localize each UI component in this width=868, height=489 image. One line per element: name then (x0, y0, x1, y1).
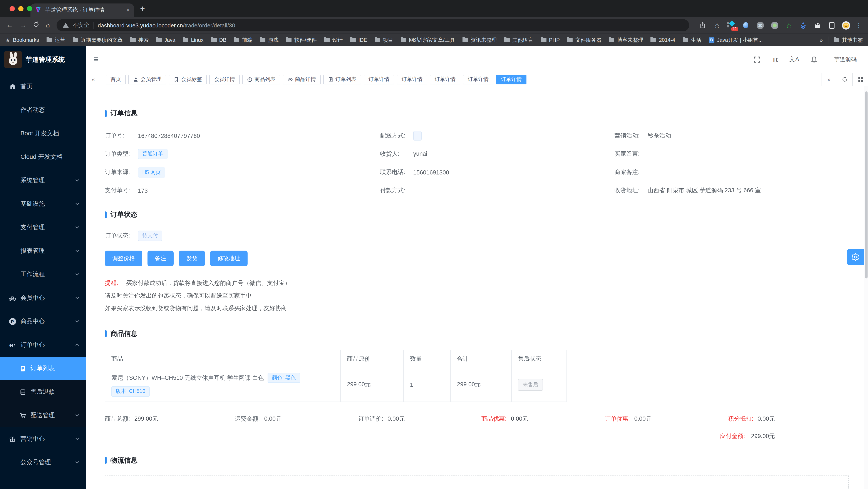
sidebar-group-payment[interactable]: 支付管理 (0, 216, 86, 239)
record-extension-icon[interactable] (770, 21, 779, 30)
page-tab-order-detail-active[interactable]: 订单详情 (496, 74, 526, 84)
balloon-extension-icon[interactable] (741, 21, 750, 30)
bookmark-folder[interactable]: 资讯未整理 (463, 36, 497, 44)
bookmark-folder[interactable]: 搜索 (130, 36, 149, 44)
extensions-puzzle-icon[interactable] (813, 21, 822, 30)
page-tab-product-list[interactable]: 商品列表 (242, 74, 280, 84)
bookmark-folder[interactable]: 项目 (375, 36, 393, 44)
page-tab-member-mgmt[interactable]: 会员管理 (128, 74, 166, 84)
window-extension-icon[interactable] (828, 21, 836, 30)
bookmark-folder[interactable]: 博客未整理 (609, 36, 643, 44)
sidebar-group-workflow[interactable]: 工作流程 (0, 263, 86, 286)
bookmark-folder[interactable]: 设计 (324, 36, 343, 44)
page-tab-order-detail-3[interactable]: 订单详情 (430, 74, 460, 84)
page-tab-order-detail-1[interactable]: 订单详情 (364, 74, 394, 84)
tabs-scroll-left-icon[interactable]: « (86, 73, 101, 86)
sidebar-item-home[interactable]: 首页 (0, 75, 86, 98)
bookmark-java[interactable]: BJava开发 | 小组首... (709, 36, 763, 44)
bookmark-folder[interactable]: Java (156, 37, 175, 43)
edit-address-button[interactable]: 修改地址 (210, 251, 248, 266)
bookmark-folder[interactable]: 文件服务器 (567, 36, 601, 44)
zoom-window-button[interactable] (27, 6, 32, 11)
bookmark-folder[interactable]: DB (211, 37, 226, 43)
tabs-refresh-icon[interactable] (837, 73, 852, 86)
forward-button[interactable]: → (20, 21, 27, 29)
sidebar-group-official-account[interactable]: 公众号管理 (0, 451, 86, 474)
sidebar-item-author-news[interactable]: 作者动态 (0, 98, 86, 122)
page-tab-order-list[interactable]: 订单列表 (323, 74, 361, 84)
sidebar-item-cloud-docs[interactable]: Cloud 开发文档 (0, 145, 86, 169)
sidebar-group-member-center[interactable]: 会员中心 (0, 286, 86, 310)
bookmark-folder[interactable]: 游戏 (260, 36, 279, 44)
sidebar-group-marketing[interactable]: 营销中心 (0, 427, 86, 451)
bookmark-folder[interactable]: 网站/博客/文章/工具 (401, 36, 455, 44)
url-text[interactable]: dashboard-vue3.yudao.iocoder.cn/trade/or… (98, 22, 235, 29)
settings-gear-button[interactable] (847, 249, 864, 265)
bell-icon[interactable] (811, 56, 817, 63)
extension-diamond-icon[interactable]: 12 (727, 21, 736, 30)
bookmark-folder[interactable]: 其他语言 (504, 36, 533, 44)
sidebar-group-delivery[interactable]: 配送管理 (0, 404, 86, 427)
app-logo[interactable]: 芋道管理系统 (0, 46, 86, 73)
app-header: ≡ Tt 文A 芋道源码 (86, 46, 868, 73)
page-tab-order-detail-2[interactable]: 订单详情 (397, 74, 427, 84)
close-window-button[interactable] (9, 6, 15, 11)
browser-menu-icon[interactable]: ⋮ (856, 22, 862, 29)
tab-close-icon[interactable]: × (126, 7, 130, 13)
remark-button[interactable]: 备注 (148, 251, 174, 266)
other-bookmarks-folder[interactable]: 其他书签 (834, 36, 863, 44)
ship-button[interactable]: 发货 (179, 251, 205, 266)
bookmarks-overflow-icon[interactable]: » (820, 37, 823, 43)
browser-tab-title: 芋道管理系统 - 订单详情 (45, 6, 122, 14)
browser-profile-avatar[interactable] (842, 21, 850, 29)
bookmark-folder[interactable]: 软件/硬件 (286, 36, 317, 44)
sidebar-item-order-list[interactable]: 订单列表 (0, 357, 86, 380)
security-label[interactable]: 不安全 (72, 21, 89, 29)
bookmark-folder[interactable]: 运营 (46, 36, 65, 44)
sidebar-item-aftersale-refund[interactable]: 售后退款 (0, 380, 86, 404)
bookmark-folder[interactable]: Linux (183, 37, 204, 43)
back-button[interactable]: ← (6, 21, 13, 29)
bookmark-folder[interactable]: 生活 (683, 36, 701, 44)
minimize-window-button[interactable] (18, 6, 24, 11)
reload-button[interactable] (33, 21, 39, 29)
user-menu[interactable]: 芋道源码 (834, 56, 857, 63)
bookmark-folder[interactable]: PHP (541, 37, 560, 43)
fullscreen-icon[interactable] (754, 56, 761, 63)
hamburger-icon[interactable]: ≡ (94, 54, 98, 64)
sidebar-group-report[interactable]: 报表管理 (0, 239, 86, 263)
language-icon[interactable]: 文A (789, 56, 799, 63)
product-table-header: 商品 商品原价 数量 合计 售后状态 (105, 350, 567, 368)
bookmark-folder[interactable]: 近期需要读的文章 (72, 36, 122, 44)
font-size-icon[interactable]: Tt (772, 56, 778, 63)
sidebar-group-order-center[interactable]: e· 订单中心 (0, 333, 86, 357)
sidebar-item-boot-docs[interactable]: Boot 开发文档 (0, 122, 86, 145)
sidebar-group-infra[interactable]: 基础设施 (0, 192, 86, 216)
star-extension-icon[interactable]: ☆ (784, 21, 793, 30)
sidebar-group-system[interactable]: 系统管理 (0, 169, 86, 192)
new-tab-button[interactable]: + (140, 4, 145, 13)
home-button[interactable]: ⌂ (46, 21, 50, 29)
bookmark-folder[interactable]: 2014-4 (651, 37, 675, 43)
chevrons-extension-icon[interactable] (799, 21, 808, 30)
bookmark-folder[interactable]: 前端 (234, 36, 253, 44)
command-extension-icon[interactable]: ⌘ (756, 21, 765, 30)
bookmarks-root[interactable]: ★Bookmarks (5, 37, 39, 43)
tabs-scroll-right-icon[interactable]: » (821, 73, 837, 86)
page-tab-member-tags[interactable]: 会员标签 (169, 74, 207, 84)
page-tab-product-detail[interactable]: 商品详情 (283, 74, 321, 84)
product-section-title: 商品信息 (105, 329, 849, 338)
bookmark-folder[interactable]: IDE (350, 37, 367, 43)
content-scrollbar[interactable] (864, 86, 868, 489)
address-bar[interactable]: 不安全 dashboard-vue3.yudao.iocoder.cn/trad… (56, 19, 689, 31)
sidebar-group-product-center[interactable]: P 商品中心 (0, 310, 86, 333)
page-tab-member-detail[interactable]: 会员详情 (209, 74, 240, 84)
adjust-price-button[interactable]: 调整价格 (105, 251, 142, 266)
browser-tab[interactable]: 芋道管理系统 - 订单详情 × (30, 3, 134, 17)
share-icon[interactable] (698, 21, 707, 30)
bookmark-star-icon[interactable]: ☆ (713, 21, 721, 30)
scrollbar-thumb[interactable] (865, 91, 867, 278)
page-tab-order-detail-4[interactable]: 订单详情 (463, 74, 493, 84)
page-tab-home[interactable]: 首页 (106, 74, 126, 84)
tabs-layout-icon[interactable] (852, 73, 868, 86)
